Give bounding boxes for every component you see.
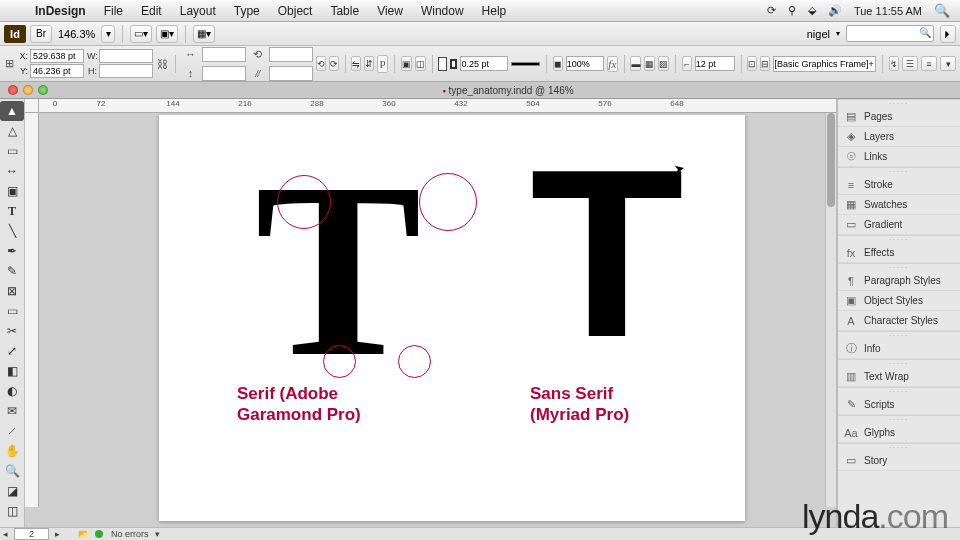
stroke-style-swatch[interactable]	[511, 62, 540, 66]
vertical-ruler[interactable]	[25, 113, 39, 507]
panel-glyphs[interactable]: AaGlyphs	[838, 423, 960, 443]
h-field[interactable]	[99, 64, 153, 78]
ruler-origin[interactable]	[25, 99, 39, 113]
rectangle-frame-tool[interactable]: ⊠	[0, 281, 24, 301]
bluetooth-icon[interactable]: ⚲	[788, 4, 796, 17]
view-options-button[interactable]: ▭▾	[130, 25, 152, 43]
gap-tool[interactable]: ↔	[0, 161, 24, 181]
prev-spread-button[interactable]: ◂	[3, 529, 8, 539]
menu-window[interactable]: Window	[412, 4, 473, 18]
clear-overrides-button[interactable]: ↯	[889, 56, 899, 71]
control-menu-button[interactable]: ▾	[940, 56, 956, 71]
clock[interactable]: Tue 11:55 AM	[854, 5, 922, 17]
scale-y-field[interactable]	[202, 66, 246, 81]
note-tool[interactable]: ✉	[0, 401, 24, 421]
page-number-field[interactable]: 2	[14, 528, 49, 540]
menu-object[interactable]: Object	[269, 4, 322, 18]
line-tool[interactable]: ╲	[0, 221, 24, 241]
open-button[interactable]: 📂	[78, 529, 89, 539]
stroke-weight-field[interactable]	[460, 56, 508, 71]
fit-content-button[interactable]: ⊡	[747, 56, 757, 71]
page-tool[interactable]: ▭	[0, 141, 24, 161]
arrange-docs-button[interactable]: ▦▾	[193, 25, 215, 43]
eyedropper-tool[interactable]: ⟋	[0, 421, 24, 441]
reference-point-icon[interactable]: ⊞	[4, 55, 15, 73]
next-spread-button[interactable]: ▸	[55, 529, 60, 539]
zoom-window-button[interactable]	[38, 85, 48, 95]
zoom-dropdown[interactable]: ▾	[101, 25, 115, 43]
distribute-button[interactable]: ≡	[921, 56, 937, 71]
minimize-window-button[interactable]	[23, 85, 33, 95]
y-field[interactable]	[30, 64, 84, 78]
stroke-swatch[interactable]	[450, 59, 457, 69]
type-tool[interactable]: T	[0, 201, 24, 221]
canvas[interactable]: 0 72 144 216 288 360 432 504 576 648 T T	[25, 99, 837, 527]
panel-layers[interactable]: ◈Layers	[838, 127, 960, 147]
flip-v-button[interactable]: ⇵	[364, 56, 374, 71]
user-label[interactable]: nigel	[807, 28, 830, 40]
panel-gradient[interactable]: ▭Gradient	[838, 215, 960, 235]
default-fill-stroke[interactable]: ◫	[0, 501, 24, 521]
menu-file[interactable]: File	[95, 4, 132, 18]
panel-text-wrap[interactable]: ▥Text Wrap	[838, 367, 960, 387]
fx-button[interactable]: fx	[607, 56, 618, 72]
select-container-button[interactable]: ▣	[401, 56, 412, 71]
rectangle-tool[interactable]: ▭	[0, 301, 24, 321]
gradient-tool[interactable]: ◧	[0, 361, 24, 381]
object-style-select[interactable]	[773, 56, 876, 72]
bridge-button[interactable]: Br	[30, 25, 52, 43]
fit-frame-button[interactable]: ⊟	[760, 56, 770, 71]
panel-stroke[interactable]: ≡Stroke	[838, 175, 960, 195]
content-collector-tool[interactable]: ▣	[0, 181, 24, 201]
menu-edit[interactable]: Edit	[132, 4, 171, 18]
rotate-field[interactable]	[269, 47, 313, 62]
vertical-scrollbar[interactable]	[825, 113, 836, 507]
select-content-button[interactable]: ◫	[415, 56, 426, 71]
panel-effects[interactable]: fxEffects	[838, 243, 960, 263]
corner-options-button[interactable]: ⌐	[682, 56, 692, 71]
zoom-tool[interactable]: 🔍	[0, 461, 24, 481]
menu-table[interactable]: Table	[321, 4, 368, 18]
panel-info[interactable]: ⓘInfo	[838, 339, 960, 359]
scroll-thumb[interactable]	[827, 113, 835, 207]
constrain-icon[interactable]: ⛓	[156, 55, 169, 73]
panel-pages[interactable]: ▤Pages	[838, 107, 960, 127]
wifi-icon[interactable]: ⬙	[808, 4, 816, 17]
panel-character-styles[interactable]: ACharacter Styles	[838, 311, 960, 331]
panel-story[interactable]: ▭Story	[838, 451, 960, 471]
panel-collapse-button[interactable]: ⏵	[940, 25, 956, 43]
menu-layout[interactable]: Layout	[171, 4, 225, 18]
app-menu[interactable]: InDesign	[26, 4, 95, 18]
volume-icon[interactable]: 🔊	[828, 4, 842, 17]
panel-paragraph-styles[interactable]: ¶Paragraph Styles	[838, 271, 960, 291]
scissors-tool[interactable]: ✂	[0, 321, 24, 341]
selection-tool[interactable]: ▲	[0, 101, 24, 121]
preflight-status-text[interactable]: No errors	[111, 529, 149, 539]
menu-view[interactable]: View	[368, 4, 412, 18]
screen-mode-button[interactable]: ▣▾	[156, 25, 178, 43]
x-field[interactable]	[30, 49, 84, 63]
hand-tool[interactable]: ✋	[0, 441, 24, 461]
panel-links[interactable]: ⦾Links	[838, 147, 960, 167]
preflight-dropdown[interactable]: ▾	[155, 529, 160, 539]
direct-selection-tool[interactable]: △	[0, 121, 24, 141]
spotlight-icon[interactable]: 🔍	[934, 3, 950, 18]
panel-object-styles[interactable]: ▣Object Styles	[838, 291, 960, 311]
fill-stroke-swatch[interactable]: ◪	[0, 481, 24, 501]
corner-size-field[interactable]	[695, 56, 735, 71]
opacity-field[interactable]	[566, 56, 604, 71]
sync-icon[interactable]: ⟳	[767, 4, 776, 17]
rotate-ccw-button[interactable]: ⟲	[316, 56, 326, 71]
shear-field[interactable]	[269, 66, 313, 81]
wrap-bound-button[interactable]: ▦	[644, 56, 655, 71]
w-field[interactable]	[99, 49, 153, 63]
wrap-none-button[interactable]: ▬	[630, 56, 641, 71]
free-transform-tool[interactable]: ⤢	[0, 341, 24, 361]
panel-swatches[interactable]: ▦Swatches	[838, 195, 960, 215]
align-button[interactable]: ☰	[902, 56, 918, 71]
zoom-level[interactable]: 146.3%	[56, 28, 97, 40]
rotate-cw-button[interactable]: ⟳	[329, 56, 339, 71]
flip-h-button[interactable]: ⇋	[351, 56, 361, 71]
drop-shadow-button[interactable]: ◼	[553, 56, 563, 71]
horizontal-ruler[interactable]: 0 72 144 216 288 360 432 504 576 648	[39, 99, 836, 113]
